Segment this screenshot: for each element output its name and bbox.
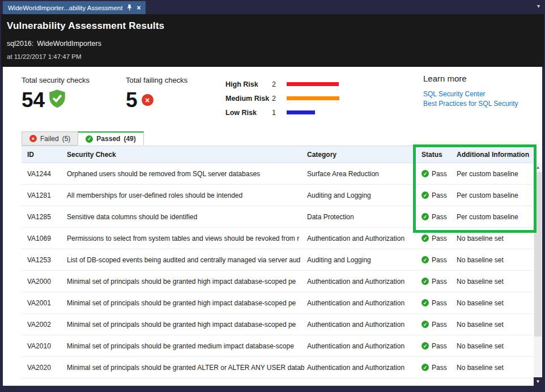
document-tab[interactable]: WideWorldImporter...ability Assessment × xyxy=(3,1,146,14)
pass-circle-icon: ✓ xyxy=(421,256,429,263)
tab-list-dropdown-icon[interactable]: ▾ xyxy=(537,3,540,9)
vertical-scrollbar[interactable]: ▲ xyxy=(534,163,542,377)
column-header-security-check[interactable]: Security Check xyxy=(67,151,307,159)
status-text: Pass xyxy=(432,191,447,199)
scroll-down-icon[interactable]: ▼ xyxy=(534,377,542,386)
column-header-category[interactable]: Category xyxy=(307,151,421,159)
cell-id: VA1253 xyxy=(22,256,67,264)
total-security-checks-metric: Total security checks 54 xyxy=(22,76,90,110)
cell-additional-info: No baseline set xyxy=(457,256,533,264)
cell-id: VA2000 xyxy=(22,278,67,286)
cell-security-check: Minimal set of principals should be gran… xyxy=(67,364,307,372)
server-name: sql2016: xyxy=(7,40,33,48)
risk-row-medium: Medium Risk 2 xyxy=(225,91,339,105)
document-tab-strip: WideWorldImporter...ability Assessment ×… xyxy=(0,0,545,14)
cell-additional-info: Per custom baseline xyxy=(457,213,533,221)
cell-additional-info: No baseline set xyxy=(457,299,533,307)
table-row[interactable]: VA1281 All memberships for user-defined … xyxy=(22,185,533,206)
column-header-id[interactable]: ID xyxy=(22,151,67,159)
tab-failed-label: Failed xyxy=(40,135,59,143)
cell-status: ✓ Pass xyxy=(421,278,457,286)
status-text: Pass xyxy=(432,213,447,221)
pass-circle-icon: ✓ xyxy=(421,299,429,306)
cell-security-check: Minimal set of principals should be gran… xyxy=(67,278,307,286)
cell-id: VA1285 xyxy=(22,213,67,221)
tab-passed-count: (49) xyxy=(124,135,135,143)
cell-additional-info: Per custom baseline xyxy=(457,191,533,199)
pass-circle-icon: ✓ xyxy=(421,191,429,199)
result-tabs: × Failed (5) ✓ Passed (49) xyxy=(22,131,144,146)
pin-icon[interactable] xyxy=(127,5,132,11)
cell-additional-info: No baseline set xyxy=(457,278,533,286)
cell-category: Authentication and Authorization xyxy=(307,278,421,286)
cell-category: Surface Area Reduction xyxy=(307,170,421,178)
table-row[interactable]: VA1069 Permissions to select from system… xyxy=(22,228,533,249)
link-best-practices[interactable]: Best Practices for SQL Security xyxy=(423,100,518,108)
cell-security-check: Sensitive data columns should be identif… xyxy=(67,213,307,221)
tab-failed[interactable]: × Failed (5) xyxy=(22,131,78,146)
database-name: WideWorldImporters xyxy=(37,40,101,48)
cell-id: VA1281 xyxy=(22,191,67,199)
pass-circle-icon: ✓ xyxy=(86,135,93,143)
table-header: ID Security Check Category Status Additi… xyxy=(22,146,533,163)
cell-id: VA2002 xyxy=(22,321,67,329)
table-row[interactable]: VA2002 Minimal set of principals should … xyxy=(22,314,533,335)
results-header: Vulnerability Assessment Results sql2016… xyxy=(1,14,544,67)
fail-circle-icon: × xyxy=(29,135,37,142)
document-tab-title: WideWorldImporter...ability Assessment xyxy=(8,5,122,11)
risk-count: 1 xyxy=(272,109,287,117)
cell-additional-info: No baseline set xyxy=(457,321,533,329)
status-text: Pass xyxy=(432,170,447,178)
link-sql-security-center[interactable]: SQL Security Center xyxy=(423,90,518,98)
pass-circle-icon: ✓ xyxy=(421,321,429,328)
risk-legend: High Risk 2 Medium Risk 2 Low Risk 1 xyxy=(225,77,339,120)
table-row[interactable]: VA2010 Minimal set of principals should … xyxy=(22,335,533,357)
table-row[interactable]: VA2020 Minimal set of principals should … xyxy=(22,357,533,378)
risk-row-low: Low Risk 1 xyxy=(225,105,339,120)
table-row[interactable]: VA2001 Minimal set of principals should … xyxy=(22,292,533,314)
column-header-status[interactable]: Status xyxy=(421,151,457,159)
table-row[interactable]: VA2000 Minimal set of principals should … xyxy=(22,271,533,292)
cell-additional-info: No baseline set xyxy=(457,235,533,242)
cell-security-check: Orphaned users should be removed from SQ… xyxy=(67,170,307,178)
learn-more-section: Learn more SQL Security Center Best Prac… xyxy=(423,74,518,108)
shield-check-icon xyxy=(49,90,66,110)
risk-count: 2 xyxy=(272,80,287,88)
page-title: Vulnerability Assessment Results xyxy=(7,20,538,32)
cell-status: ✓ Pass xyxy=(421,170,457,178)
pass-circle-icon: ✓ xyxy=(421,364,429,371)
pass-circle-icon: ✓ xyxy=(421,342,429,350)
table-row[interactable]: VA1285 Sensitive data columns should be … xyxy=(22,206,533,228)
status-text: Pass xyxy=(432,342,447,350)
pass-circle-icon: ✓ xyxy=(421,278,429,285)
risk-row-high: High Risk 2 xyxy=(225,77,339,91)
risk-label: Medium Risk xyxy=(225,95,272,103)
risk-bar xyxy=(287,82,339,86)
cell-security-check: All memberships for user-defined roles s… xyxy=(67,191,307,199)
scroll-up-icon[interactable]: ▲ xyxy=(534,163,542,172)
status-text: Pass xyxy=(432,299,447,307)
table-row[interactable]: VA1253 List of DB-scoped events being au… xyxy=(22,249,533,271)
cell-status: ✓ Pass xyxy=(421,213,457,221)
table-row[interactable]: VA1244 Orphaned users should be removed … xyxy=(22,163,533,185)
cell-status: ✓ Pass xyxy=(421,191,457,199)
cell-id: VA1244 xyxy=(22,170,67,178)
cell-category: Authentication and Authorization xyxy=(307,299,421,307)
pass-circle-icon: ✓ xyxy=(421,170,429,177)
status-text: Pass xyxy=(432,235,447,242)
cell-category: Authentication and Authorization xyxy=(307,342,421,350)
risk-count: 2 xyxy=(272,95,287,103)
table-body: VA1244 Orphaned users should be removed … xyxy=(22,163,533,378)
pass-circle-icon: ✓ xyxy=(421,213,429,220)
failing-checks-label: Total failing checks xyxy=(126,76,188,84)
column-header-additional-info[interactable]: Additional Information xyxy=(457,151,533,159)
cell-additional-info: Per custom baseline xyxy=(457,170,533,178)
scrollbar-thumb[interactable] xyxy=(534,172,542,336)
scan-timestamp: at 11/22/2017 1:47:47 PM xyxy=(7,53,538,60)
cell-status: ✓ Pass xyxy=(421,321,457,329)
close-icon[interactable]: × xyxy=(137,5,140,11)
cell-status: ✓ Pass xyxy=(421,364,457,372)
tab-passed[interactable]: ✓ Passed (49) xyxy=(78,131,143,146)
total-failing-checks-metric: Total failing checks 5 × xyxy=(126,76,188,110)
total-checks-value: 54 xyxy=(22,90,45,110)
